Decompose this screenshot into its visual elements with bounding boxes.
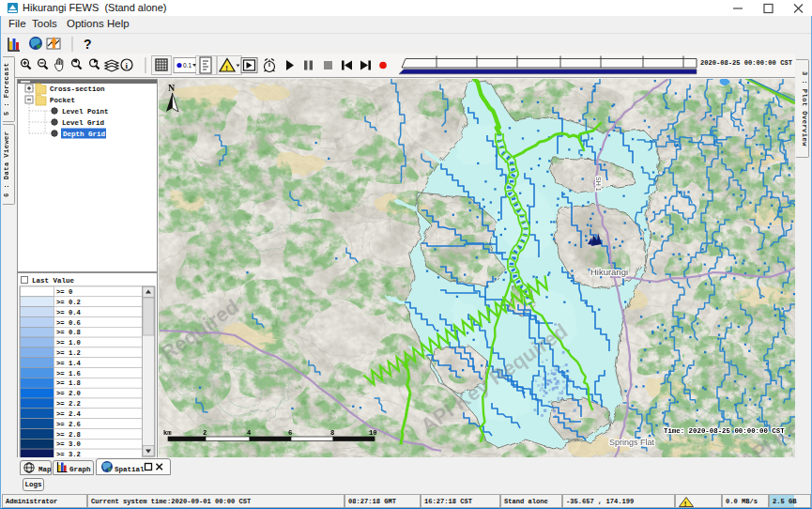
svg-text:>= 0.2: >= 0.2 bbox=[56, 299, 81, 306]
svg-text:Hikurangi: Hikurangi bbox=[590, 267, 628, 277]
svg-text:Level Grid: Level Grid bbox=[62, 119, 104, 127]
svg-text:>= 1.8: >= 1.8 bbox=[56, 379, 81, 387]
svg-text:>= 0.4: >= 0.4 bbox=[56, 309, 82, 316]
svg-text:Last Value: Last Value bbox=[32, 277, 75, 285]
svg-text:>= 0.8: >= 0.8 bbox=[56, 329, 81, 336]
svg-text:>= 2.8: >= 2.8 bbox=[56, 431, 81, 439]
svg-text:0.1: 0.1 bbox=[183, 62, 192, 69]
svg-text:?: ? bbox=[84, 37, 92, 52]
svg-text:6: 6 bbox=[288, 429, 292, 437]
svg-text:>= 0: >= 0 bbox=[56, 288, 72, 296]
svg-text:Level Point: Level Point bbox=[62, 108, 109, 116]
svg-text:Time: 2020-08-25 00:00:00 CST: Time: 2020-08-25 00:00:00 CST bbox=[664, 427, 785, 435]
svg-text:Depth Grid: Depth Grid bbox=[63, 131, 105, 138]
svg-text:Pocket: Pocket bbox=[50, 97, 75, 104]
svg-text:10: 10 bbox=[369, 429, 377, 437]
svg-text:4: 4 bbox=[247, 429, 252, 437]
svg-text:Springs Flat: Springs Flat bbox=[609, 438, 655, 447]
svg-text:>= 1.4: >= 1.4 bbox=[56, 360, 82, 367]
svg-text:2: 2 bbox=[203, 429, 207, 437]
svg-text:>= 3.0: >= 3.0 bbox=[56, 440, 81, 448]
svg-text:>= 3.2: >= 3.2 bbox=[56, 451, 81, 457]
svg-text:>= 2.6: >= 2.6 bbox=[56, 421, 81, 428]
svg-text:Cross-section: Cross-section bbox=[50, 85, 105, 93]
svg-text:>= 1.2: >= 1.2 bbox=[56, 349, 81, 357]
svg-text:>= 2.0: >= 2.0 bbox=[56, 390, 81, 397]
svg-text:>= 0.6: >= 0.6 bbox=[56, 319, 81, 327]
svg-text:km: km bbox=[163, 429, 172, 437]
svg-text:N: N bbox=[168, 83, 176, 93]
svg-text:SH 1: SH 1 bbox=[595, 177, 602, 192]
svg-text:>= 2.2: >= 2.2 bbox=[56, 400, 81, 408]
svg-text:>= 2.4: >= 2.4 bbox=[56, 410, 82, 418]
svg-text:>= 1.6: >= 1.6 bbox=[56, 370, 81, 378]
svg-text:!: ! bbox=[684, 500, 687, 508]
svg-text:i: i bbox=[125, 61, 128, 70]
svg-text:!: ! bbox=[225, 64, 228, 72]
svg-text:>= 1.0: >= 1.0 bbox=[56, 339, 81, 347]
svg-text:8: 8 bbox=[330, 429, 334, 437]
